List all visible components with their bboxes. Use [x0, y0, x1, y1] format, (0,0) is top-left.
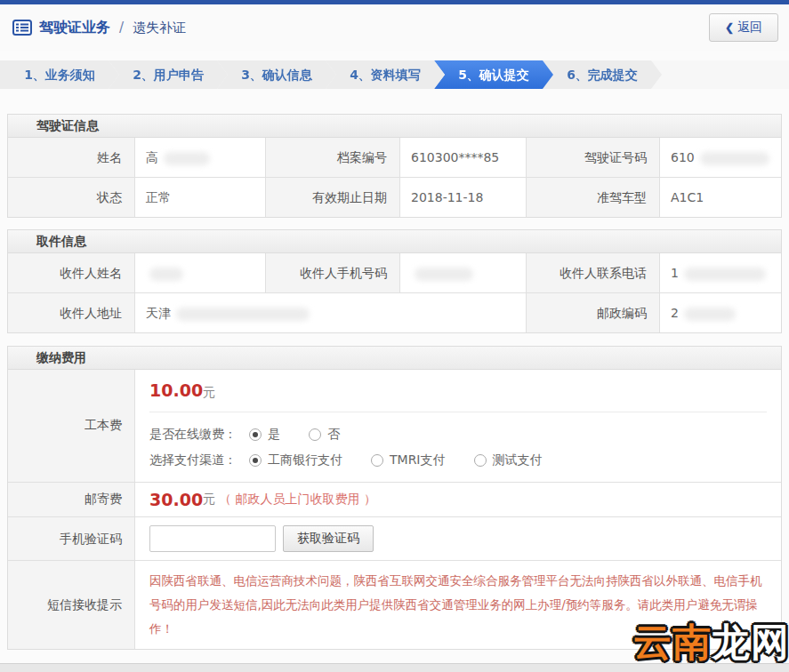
license-no-value: 610: [659, 138, 781, 177]
sms-tip-label: 短信接收提示: [8, 560, 134, 649]
expiry-value: 2018-11-18: [399, 177, 526, 217]
postcode-label: 邮政编码: [526, 292, 659, 332]
sms-code-cell: 获取验证码: [134, 516, 781, 560]
back-chevron-icon: ❮: [725, 21, 734, 34]
redacted-text: [149, 268, 183, 281]
online-pay-row: 是否在线缴费： 是 否: [149, 421, 767, 447]
payment-title: 缴纳费用: [8, 347, 781, 370]
redacted-text: [415, 268, 473, 281]
online-pay-option-yes[interactable]: 是: [249, 427, 280, 443]
step-4-fill-data: 4、资料填写: [326, 60, 445, 89]
cost-fee-cell: 10.00元 是否在线缴费： 是 否 选择支付渠道： 工商银行支付: [134, 370, 781, 482]
page-subtitle: 遗失补证: [133, 20, 186, 36]
vehicle-class-label: 准驾车型: [526, 177, 659, 217]
license-info-table: 驾驶证信息 姓名 高 档案编号 610300****85 驾驶证号码 610 状…: [7, 114, 782, 218]
vehicle-class-value: A1C1: [659, 177, 781, 217]
recipient-phone-label: 收件人联系电话: [526, 253, 659, 292]
cost-fee-label: 工本费: [8, 370, 134, 482]
get-code-button[interactable]: 获取验证码: [283, 525, 374, 552]
sms-code-label: 手机验证码: [8, 516, 134, 560]
status-label: 状态: [8, 177, 134, 217]
radio-unselected-icon[interactable]: [371, 454, 383, 467]
redacted-text: [176, 308, 310, 321]
name-label: 姓名: [8, 138, 134, 177]
redacted-text: [700, 152, 769, 165]
radio-selected-icon[interactable]: [249, 428, 262, 441]
redacted-text: [684, 268, 766, 281]
payment-table: 缴纳费用 工本费 10.00元 是否在线缴费： 是 否 选择支付渠道：: [7, 346, 782, 650]
postcode-value: 2: [659, 292, 781, 332]
license-list-icon: [12, 20, 32, 36]
pay-channel-row: 选择支付渠道： 工商银行支付 TMRI支付 测试支付: [149, 447, 767, 473]
sms-code-input[interactable]: [149, 525, 276, 552]
radio-unselected-icon[interactable]: [474, 454, 487, 467]
recipient-name-value: [134, 253, 265, 292]
step-5-confirm-submit: 5、确认提交: [434, 60, 553, 89]
recipient-address-value: 天津: [134, 292, 526, 332]
page-header: 驾驶证业务 / 遗失补证 ❮ 返回: [0, 4, 789, 51]
postage-fee-cell: 30.00元 （ 邮政人员上门收取费用 ）: [134, 482, 781, 516]
redacted-text: [684, 308, 736, 321]
breadcrumb-separator: /: [119, 20, 124, 36]
step-1-notice: 1、业务须知: [0, 60, 119, 89]
page-title: 驾驶证业务: [39, 19, 110, 37]
recipient-address-label: 收件人地址: [8, 292, 134, 332]
step-progress-bar: 1、业务须知 2、用户申告 3、确认信息 4、资料填写 5、确认提交 6、完成提…: [0, 60, 789, 89]
online-pay-option-no[interactable]: 否: [309, 427, 340, 443]
file-no-label: 档案编号: [265, 138, 399, 177]
back-button[interactable]: ❮ 返回: [709, 13, 778, 42]
channel-option-tmri[interactable]: TMRI支付: [371, 452, 446, 468]
expiry-label: 有效期止日期: [265, 177, 399, 217]
recipient-mobile-value: [399, 253, 526, 292]
recipient-mobile-label: 收件人手机号码: [265, 253, 399, 292]
channel-option-test[interactable]: 测试支付: [474, 452, 543, 468]
online-pay-label: 是否在线缴费：: [149, 427, 237, 443]
license-no-label: 驾驶证号码: [526, 138, 659, 177]
step-bar-filler: [651, 60, 789, 89]
radio-selected-icon[interactable]: [249, 454, 262, 467]
channel-option-icbc[interactable]: 工商银行支付: [249, 452, 342, 468]
pickup-info-table: 取件信息 收件人姓名 收件人手机号码 收件人联系电话 1 收件人地址 天津 邮政…: [7, 229, 782, 333]
postage-note: （ 邮政人员上门收取费用 ）: [219, 492, 376, 508]
step-6-complete: 6、完成提交: [543, 60, 662, 89]
pickup-info-title: 取件信息: [8, 230, 781, 253]
name-value: 高: [134, 138, 265, 177]
sms-tip-text: 因陕西省联通、电信运营商技术问题，陕西省互联网交通安全综合服务管理平台无法向持陕…: [134, 560, 781, 649]
recipient-name-label: 收件人姓名: [8, 253, 134, 292]
license-info-title: 驾驶证信息: [8, 115, 781, 138]
redacted-text: [164, 152, 210, 165]
file-no-value: 610300****85: [399, 138, 526, 177]
step-2-declaration: 2、用户申告: [109, 60, 228, 89]
cost-fee-amount: 10.00元: [149, 380, 767, 412]
pay-channel-label: 选择支付渠道：: [149, 452, 237, 468]
title-area: 驾驶证业务 / 遗失补证: [12, 19, 186, 37]
postage-fee-label: 邮寄费: [8, 482, 134, 516]
bottom-strip: [0, 663, 789, 672]
back-button-label: 返回: [737, 20, 762, 36]
radio-unselected-icon[interactable]: [309, 428, 321, 441]
step-3-confirm-info: 3、确认信息: [217, 60, 336, 89]
status-value: 正常: [134, 177, 265, 217]
recipient-phone-value: 1: [659, 253, 781, 292]
